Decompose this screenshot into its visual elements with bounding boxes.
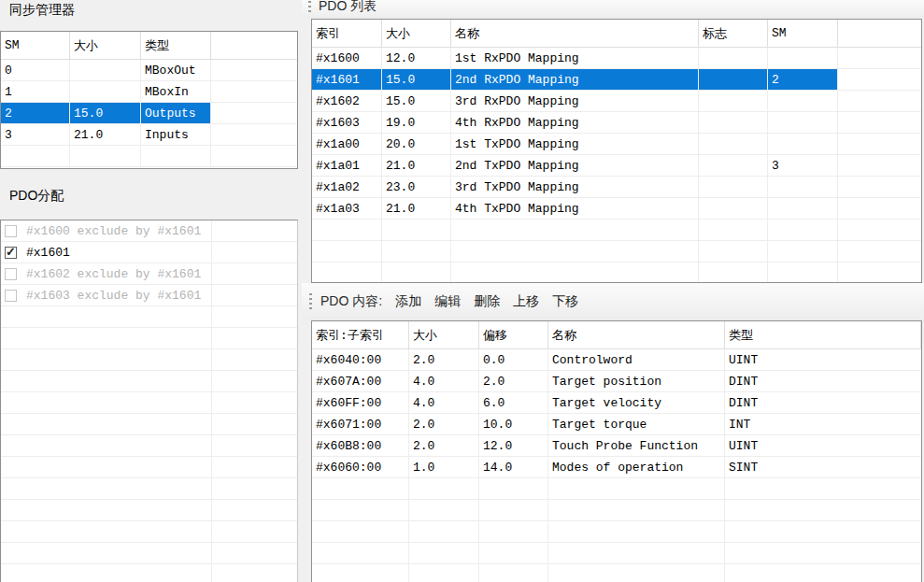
table-cell	[409, 521, 479, 542]
table-row[interactable]: #x1a0020.01st TxPDO Mapping	[312, 134, 921, 155]
table-cell	[451, 263, 699, 283]
toolbar-links: 添加编辑删除上移下移	[395, 293, 578, 310]
table-cell: 23.0	[382, 177, 451, 197]
table-cell	[312, 543, 409, 563]
list-cell	[1, 564, 212, 582]
table-row[interactable]: #x160215.03rd RxPDO Mapping	[312, 91, 921, 112]
edit-button[interactable]: 编辑	[434, 293, 461, 310]
table-cell: #x6071:00	[312, 414, 409, 434]
table-row[interactable]: 0MBoxOut	[1, 60, 297, 81]
table-cell	[312, 500, 409, 520]
table-cell-blank	[211, 146, 297, 166]
table-cell-blank	[211, 60, 297, 80]
delete-button[interactable]: 删除	[474, 293, 500, 310]
column-header[interactable]: SM	[1, 32, 70, 59]
column-header[interactable]: 偏移	[479, 321, 548, 348]
table-row[interactable]: 1MBoxIn	[1, 81, 297, 103]
table-cell: 14.0	[479, 457, 548, 477]
column-header[interactable]: 大小	[382, 20, 451, 47]
table-cell: 21.0	[382, 198, 451, 219]
table-row[interactable]: #x60FF:004.06.0Target velocityDINT	[312, 392, 921, 414]
list-row-empty	[1, 306, 297, 328]
table-cell: INT	[725, 414, 921, 434]
table-row[interactable]: #x1a0121.02nd TxPDO Mapping3	[312, 155, 921, 177]
list-row-empty	[1, 500, 297, 521]
list-cell	[1, 478, 212, 499]
table-row[interactable]: #x1a0223.03rd TxPDO Mapping	[312, 177, 921, 198]
checkbox-icon	[5, 225, 17, 237]
table-cell: 2nd RxPDO Mapping	[451, 69, 699, 90]
column-header[interactable]: SM	[768, 20, 838, 47]
column-header[interactable]: 类型	[141, 32, 211, 59]
table-cell	[768, 177, 838, 197]
list-cell-blank	[212, 328, 297, 348]
table-cell: #x1a02	[312, 177, 382, 197]
table-cell	[699, 177, 768, 197]
column-header[interactable]: 名称	[451, 20, 699, 47]
list-cell-blank	[212, 564, 297, 582]
table-cell	[312, 220, 382, 240]
table-cell	[479, 500, 548, 520]
table-cell: 0	[1, 60, 70, 80]
table-cell-blank	[838, 241, 921, 262]
table-cell	[548, 500, 725, 520]
table-row-empty	[312, 521, 921, 543]
table-row[interactable]: #x1a0321.04th TxPDO Mapping	[312, 198, 921, 220]
table-cell	[409, 543, 479, 563]
table-cell	[70, 60, 141, 80]
checkbox-icon	[5, 268, 17, 280]
table-row[interactable]: 321.0Inputs	[1, 124, 297, 146]
column-header[interactable]: 大小	[70, 32, 141, 59]
column-header[interactable]: 标志	[699, 20, 768, 47]
table-cell	[382, 263, 451, 283]
list-row-empty	[1, 392, 297, 414]
pdo-assign-item[interactable]: #x1602 exclude by #x1601	[1, 263, 297, 285]
table-cell: 21.0	[382, 155, 451, 176]
pdo-assign-item[interactable]: #x1600 exclude by #x1601	[1, 220, 297, 242]
column-header[interactable]: 类型	[725, 321, 921, 348]
column-header[interactable]: 名称	[548, 321, 725, 348]
table-row[interactable]: #x60B8:002.012.0Touch Probe FunctionUINT	[312, 435, 921, 457]
table-row[interactable]: #x160319.04th RxPDO Mapping	[312, 112, 921, 134]
pdo-assign-item-label: #x1603 exclude by #x1601	[26, 289, 201, 303]
table-cell: 0.0	[479, 349, 548, 370]
table-cell: Controlword	[548, 349, 725, 370]
table-cell	[409, 500, 479, 520]
move-down-button[interactable]: 下移	[552, 293, 578, 310]
table-row[interactable]: #x6060:001.014.0Modes of operationSINT	[312, 457, 921, 478]
table-row[interactable]: #x160115.02nd RxPDO Mapping2	[312, 69, 921, 91]
table-cell: 2	[768, 69, 838, 90]
pdo-assign-item[interactable]: #x1601	[1, 242, 297, 263]
column-header[interactable]: 大小	[409, 321, 479, 348]
table-cell	[451, 220, 699, 240]
pdo-assign-item[interactable]: #x1603 exclude by #x1601	[1, 285, 297, 306]
table-cell: 1st RxPDO Mapping	[451, 48, 699, 68]
column-header[interactable]: 索引	[312, 20, 382, 47]
table-row[interactable]: #x6071:002.010.0Target torqueINT	[312, 414, 921, 435]
table-cell	[699, 69, 768, 90]
column-header[interactable]: 索引:子索引	[312, 321, 409, 348]
list-cell-blank	[212, 285, 297, 305]
table-row[interactable]: 215.0Outputs	[1, 103, 297, 124]
move-up-button[interactable]: 上移	[513, 293, 539, 310]
table-cell: #x1a03	[312, 198, 382, 219]
table-row[interactable]: #x6040:002.00.0ControlwordUINT	[312, 349, 921, 371]
list-cell	[1, 457, 212, 477]
checkbox-checked-icon[interactable]	[5, 247, 17, 259]
table-cell: #x1a01	[312, 155, 382, 176]
sync-manager-label: 同步管理器	[9, 2, 75, 19]
table-row[interactable]: #x160012.01st RxPDO Mapping	[312, 48, 921, 69]
list-cell-blank	[212, 263, 297, 284]
table-cell	[409, 564, 479, 582]
table-row[interactable]: #x607A:004.02.0Target positionDINT	[312, 371, 921, 392]
table-cell: 1.0	[409, 457, 479, 477]
table-cell	[141, 146, 211, 166]
pdo-list-splitter-grip[interactable]	[308, 1, 311, 13]
table-cell: 15.0	[382, 69, 451, 90]
table-cell	[699, 91, 768, 111]
column-header-blank	[838, 20, 921, 47]
add-button[interactable]: 添加	[395, 293, 421, 310]
table-cell	[725, 500, 921, 520]
table-cell-blank	[838, 134, 921, 154]
table-cell: Target torque	[548, 414, 725, 434]
